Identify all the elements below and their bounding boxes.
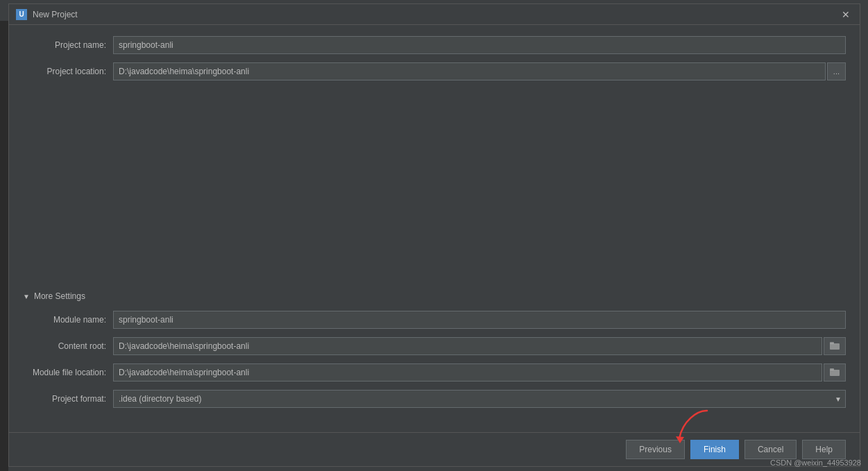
module-file-location-browse-button[interactable] — [824, 363, 846, 382]
project-format-row: Project format: .idea (directory based) … — [23, 390, 846, 408]
more-settings-section: ▼ More Settings Module name: Content roo… — [23, 289, 846, 408]
project-location-row: Project location: ... — [23, 62, 846, 80]
new-project-dialog: U New Project ✕ Project name: Project lo… — [8, 3, 860, 467]
module-file-location-input-wrapper — [113, 363, 846, 382]
content-root-input-wrapper — [113, 337, 846, 355]
title-bar: U New Project ✕ — [9, 4, 860, 25]
module-name-input-wrapper — [113, 311, 846, 329]
watermark: CSDN @weixin_44953928 — [770, 459, 861, 467]
module-file-location-row: Module file location: — [23, 363, 846, 382]
svg-marker-4 — [676, 436, 684, 443]
project-location-label: Project location: — [23, 67, 113, 76]
svg-rect-2 — [830, 370, 840, 376]
project-name-row: Project name: — [23, 36, 846, 54]
svg-rect-3 — [830, 368, 834, 370]
module-name-label: Module name: — [23, 315, 113, 325]
project-name-label: Project name: — [23, 40, 113, 50]
module-name-row: Module name: — [23, 311, 846, 329]
project-format-select-wrapper: .idea (directory based) .ipr (file based… — [113, 390, 846, 408]
close-button[interactable]: ✕ — [839, 10, 853, 19]
project-location-input-wrapper: ... — [113, 62, 846, 80]
help-button[interactable]: Help — [802, 440, 846, 459]
project-name-input[interactable] — [113, 36, 846, 54]
more-settings-toggle[interactable]: ▼ More Settings — [23, 289, 846, 304]
dialog-content: Project name: Project location: ... ▼ — [9, 25, 860, 432]
more-settings-arrow-icon: ▼ — [23, 293, 30, 300]
more-settings-label: More Settings — [34, 291, 85, 301]
module-name-input[interactable] — [113, 311, 846, 329]
arrow-annotation — [669, 407, 717, 445]
dialog-footer: Previous Finish Cancel Help — [9, 432, 860, 466]
app-icon: U — [16, 9, 27, 20]
content-root-browse-button[interactable] — [824, 337, 846, 355]
more-settings-content: Module name: Content root: — [23, 311, 846, 408]
content-root-row: Content root: — [23, 337, 846, 355]
module-file-location-label: Module file location: — [23, 368, 113, 377]
dialog-title: New Project — [33, 10, 839, 19]
project-name-input-wrapper — [113, 36, 846, 54]
cancel-button[interactable]: Cancel — [744, 440, 797, 459]
svg-rect-1 — [830, 342, 834, 344]
content-root-label: Content root: — [23, 341, 113, 351]
svg-rect-0 — [830, 343, 840, 350]
left-panel — [0, 21, 8, 471]
project-format-label: Project format: — [23, 394, 113, 404]
project-location-input[interactable] — [113, 62, 826, 80]
content-root-input[interactable] — [113, 337, 822, 355]
dialog-overlay: U New Project ✕ Project name: Project lo… — [0, 0, 868, 471]
project-format-select[interactable]: .idea (directory based) .ipr (file based… — [113, 390, 846, 408]
project-location-browse-button[interactable]: ... — [827, 62, 846, 80]
content-spacer — [23, 89, 846, 283]
module-file-location-input[interactable] — [113, 363, 822, 382]
